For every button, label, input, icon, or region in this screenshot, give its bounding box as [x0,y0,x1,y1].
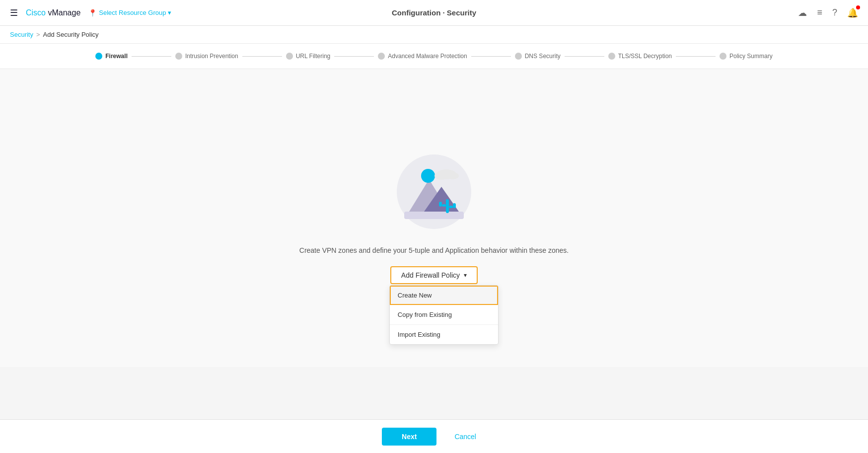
step-circle-4 [515,53,522,60]
step-dns-security: DNS Security [515,53,561,60]
step-circle-3 [378,53,385,60]
top-navigation: ☰ Cisco vManage 📍 Select Resource Group … [0,0,868,26]
breadcrumb-chevron-icon: > [36,31,40,38]
step-label-2: URL Filtering [296,53,331,60]
add-firewall-dropdown-container: Add Firewall Policy ▾ Create NewCopy fro… [390,266,478,284]
nav-left: ☰ Cisco vManage 📍 Select Resource Group … [10,7,171,18]
step-label-6: Policy Summary [729,53,773,60]
svg-point-6 [434,172,448,180]
main-content: Create VPN zones and define your 5-tuple… [0,69,868,367]
cancel-button[interactable]: Cancel [444,428,486,446]
step-label-5: TLS/SSL Decryption [618,53,672,60]
stepper: FirewallIntrusion PreventionURL Filterin… [0,44,868,69]
footer: Next Cancel [0,419,868,453]
step-line-0 [132,56,171,57]
dropdown-item-import-existing[interactable]: Import Existing [390,325,498,344]
step-intrusion-prevention: Intrusion Prevention [175,53,238,60]
step-line-5 [676,56,716,57]
location-icon: 📍 [88,9,97,17]
dropdown-item-create-new[interactable]: Create New [390,286,498,305]
svg-point-7 [447,172,459,179]
svg-point-4 [421,169,435,183]
step-line-1 [242,56,282,57]
page-header-title: Configuration · Security [392,8,476,17]
step-firewall: Firewall [95,53,128,60]
step-circle-1 [175,53,182,60]
step-label-0: Firewall [105,53,128,60]
help-icon[interactable]: ? [832,7,837,18]
chevron-down-icon: ▾ [168,9,171,16]
step-line-4 [565,56,604,57]
step-label-3: Advanced Malware Protection [388,53,467,60]
dropdown-item-copy-from-existing[interactable]: Copy from Existing [390,305,498,325]
step-label-1: Intrusion Prevention [185,53,238,60]
resource-group-selector[interactable]: 📍 Select Resource Group ▾ [88,9,171,17]
firewall-policy-dropdown: Create NewCopy from ExistingImport Exist… [389,285,499,345]
notification-badge [856,5,860,9]
main-description: Create VPN zones and define your 5-tuple… [299,246,569,254]
svg-rect-9 [442,204,446,207]
cloud-icon[interactable]: ☁ [798,7,807,18]
notification-icon[interactable]: 🔔 [847,7,858,18]
step-tls/ssl-decryption: TLS/SSL Decryption [608,53,672,60]
step-circle-6 [720,53,726,60]
step-line-2 [334,56,374,57]
resource-group-label: Select Resource Group [99,9,166,16]
logo-cisco: Cisco [26,8,46,17]
logo: Cisco vManage [26,8,80,17]
step-url-filtering: URL Filtering [286,53,331,60]
hamburger-icon[interactable]: ☰ [10,7,18,18]
add-firewall-policy-button[interactable]: Add Firewall Policy ▾ [390,266,478,284]
menu-icon[interactable]: ≡ [817,7,822,18]
svg-rect-10 [439,202,442,207]
step-advanced-malware-protection: Advanced Malware Protection [378,53,467,60]
svg-rect-12 [453,203,456,208]
logo-vmanage: vManage [46,8,80,17]
breadcrumb-security-link[interactable]: Security [10,31,33,38]
step-policy-summary: Policy Summary [720,53,773,60]
next-button[interactable]: Next [382,428,436,446]
step-circle-2 [286,53,293,60]
firewall-illustration [394,152,474,231]
breadcrumb-current-page: Add Security Policy [43,31,99,38]
step-circle-0 [95,53,102,60]
step-label-4: DNS Security [525,53,561,60]
button-chevron-icon: ▾ [464,272,467,279]
svg-rect-3 [404,212,464,219]
step-line-3 [471,56,511,57]
svg-rect-8 [446,199,449,213]
nav-right: ☁ ≡ ? 🔔 [798,7,858,18]
svg-rect-11 [449,206,453,208]
breadcrumb: Security > Add Security Policy [0,26,868,44]
add-firewall-policy-label: Add Firewall Policy [401,271,460,279]
step-circle-5 [608,53,615,60]
